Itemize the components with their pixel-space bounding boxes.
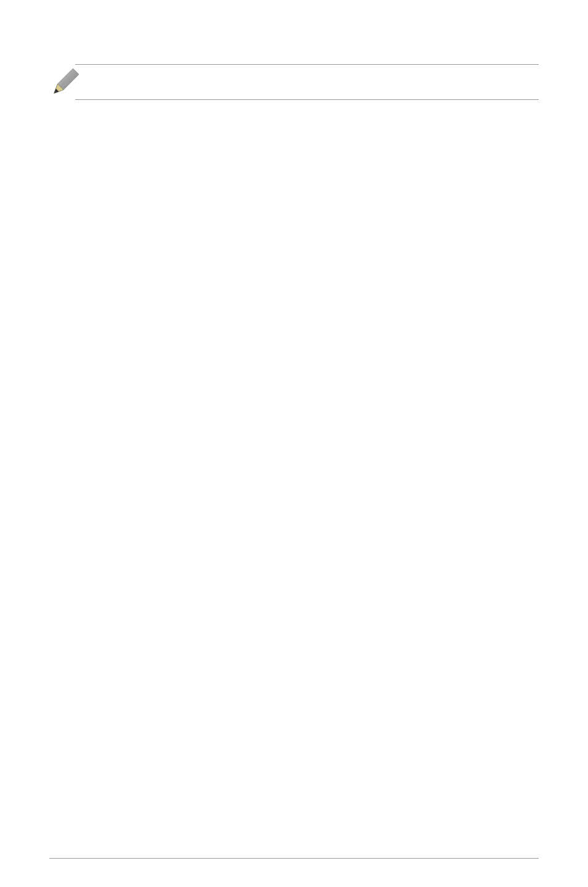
pencil-icon — [51, 68, 79, 97]
page-footer — [49, 858, 539, 862]
note-box — [75, 64, 539, 100]
